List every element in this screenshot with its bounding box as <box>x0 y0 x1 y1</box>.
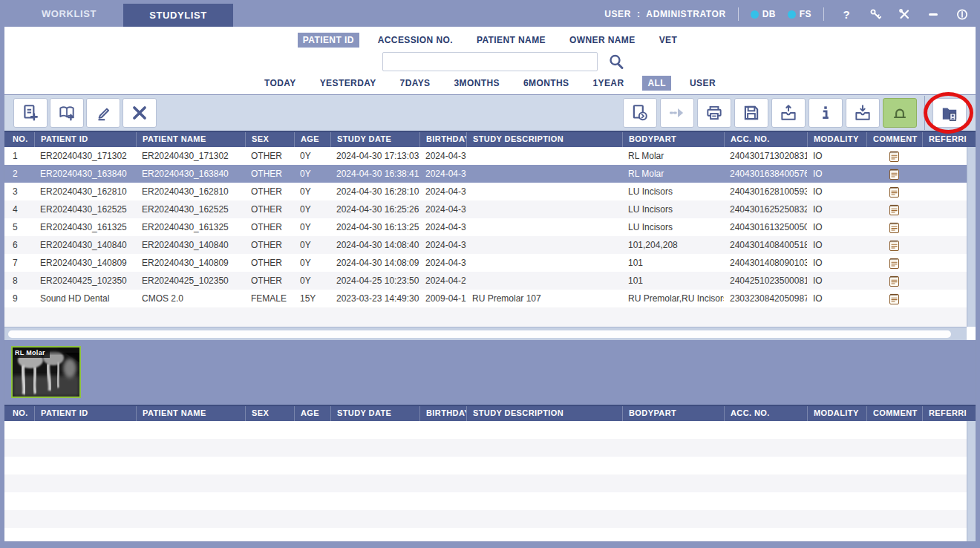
cell-no: 1 <box>4 147 34 165</box>
column-header-referring[interactable]: REFERRING PHYSICIAN <box>922 132 967 147</box>
study-row-7[interactable]: 7ER20240430_140809ER20240430_140809OTHER… <box>4 254 967 272</box>
range-3months[interactable]: 3MONTHS <box>449 76 505 91</box>
export-button[interactable] <box>771 98 806 128</box>
range-yesterday[interactable]: YESTERDAY <box>315 76 382 91</box>
comment-cell[interactable] <box>866 254 922 272</box>
cell-acc_no: 2404301613250050 <box>724 218 807 236</box>
range-6months[interactable]: 6MONTHS <box>518 76 574 91</box>
open-study-button[interactable] <box>623 98 657 128</box>
column-header-study_description[interactable]: STUDY DESCRIPTION <box>466 406 622 421</box>
column-header-bodypart[interactable]: BODYPART <box>622 132 724 147</box>
column-header-acc_no[interactable]: ACC. NO. <box>724 406 807 421</box>
tools-icon[interactable] <box>898 8 910 20</box>
tab-worklist[interactable]: WORKLIST <box>42 8 97 27</box>
info-button[interactable] <box>808 98 843 128</box>
study-thumbnail[interactable]: RL Molar <box>11 346 81 398</box>
key-icon[interactable] <box>869 8 881 20</box>
comment-icon[interactable] <box>889 258 899 269</box>
study-row-2[interactable]: 2ER20240430_163840ER20240430_163840OTHER… <box>4 165 967 183</box>
comment-icon[interactable] <box>889 275 899 287</box>
comment-icon[interactable] <box>889 169 899 180</box>
help-icon[interactable]: ? <box>840 8 852 20</box>
range-user[interactable]: USER <box>685 76 721 91</box>
study-row-5[interactable]: 5ER20240430_161325ER20240430_161325OTHER… <box>4 218 967 236</box>
comment-icon[interactable] <box>889 204 899 215</box>
horizontal-scrollbar-thumb[interactable] <box>8 330 951 338</box>
column-header-study_date[interactable]: STUDY DATE <box>330 132 419 147</box>
comment-cell[interactable] <box>866 147 922 165</box>
study-row-4[interactable]: 4ER20240430_162525ER20240430_162525OTHER… <box>4 200 967 218</box>
comment-cell[interactable] <box>866 200 922 218</box>
column-header-no[interactable]: NO. <box>4 406 34 421</box>
vertical-scrollbar[interactable] <box>967 147 976 327</box>
study-row-3[interactable]: 3ER20240430_162810ER20240430_162810OTHER… <box>4 183 967 200</box>
cell-patient_name: ER20240430_161325 <box>136 218 245 236</box>
column-header-birthday[interactable]: BIRTHDAY <box>419 132 466 147</box>
search-field-patient-id[interactable]: PATIENT ID <box>298 33 359 48</box>
comment-cell[interactable] <box>866 183 922 200</box>
column-header-comment[interactable]: COMMENT <box>866 406 922 421</box>
search-field-patient-name[interactable]: PATIENT NAME <box>471 33 551 48</box>
comment-cell[interactable] <box>866 290 922 307</box>
column-header-patient_name[interactable]: PATIENT NAME <box>136 406 245 421</box>
study-row-9[interactable]: 9Sound HD DentalCMOS 2.0FEMALE15Y2023-03… <box>4 290 967 307</box>
comment-cell[interactable] <box>866 218 922 236</box>
column-header-study_date[interactable]: STUDY DATE <box>330 406 419 421</box>
column-header-patient_name[interactable]: PATIENT NAME <box>136 132 245 147</box>
thumbnail-label: RL Molar <box>13 348 50 358</box>
range-1year[interactable]: 1YEAR <box>587 76 629 91</box>
search-button[interactable] <box>607 53 625 71</box>
tab-studylist[interactable]: STUDYLIST <box>123 4 233 27</box>
topbar-right: USER : ADMINISTRATOR DB FS ? <box>604 7 968 27</box>
power-icon[interactable] <box>956 8 968 20</box>
send-button[interactable] <box>660 98 694 128</box>
horizontal-scrollbar[interactable] <box>4 327 967 340</box>
minimize-icon[interactable] <box>927 8 939 20</box>
search-field-vet[interactable]: VET <box>654 33 683 48</box>
comment-icon[interactable] <box>889 240 899 251</box>
range-7days[interactable]: 7DAYS <box>395 76 436 91</box>
comment-cell[interactable] <box>866 165 922 183</box>
column-header-study_description[interactable]: STUDY DESCRIPTION <box>466 132 622 147</box>
delete-button[interactable] <box>122 98 157 128</box>
new-book-button[interactable] <box>50 98 84 128</box>
patient-folder-button[interactable] <box>932 98 967 128</box>
column-header-referring[interactable]: REFERRING PHYSICIAN <box>922 406 967 421</box>
column-header-sex[interactable]: SEX <box>245 406 294 421</box>
column-header-sex[interactable]: SEX <box>245 132 294 147</box>
column-header-modality[interactable]: MODALITY <box>807 406 866 421</box>
column-header-birthday[interactable]: BIRTHDAY <box>419 406 466 421</box>
vertical-scrollbar[interactable] <box>967 421 976 541</box>
study-row-1[interactable]: 1ER20240430_171302ER20240430_171302OTHER… <box>4 147 967 165</box>
study-row-6[interactable]: 6ER20240430_140840ER20240430_140840OTHER… <box>4 236 967 254</box>
column-header-modality[interactable]: MODALITY <box>807 132 866 147</box>
cell-patient_name: ER20240430_140809 <box>136 254 245 272</box>
comment-cell[interactable] <box>866 272 922 290</box>
column-header-patient_id[interactable]: PATIENT ID <box>34 132 136 147</box>
search-field-owner-name[interactable]: OWNER NAME <box>564 33 641 48</box>
comment-icon[interactable] <box>889 222 899 233</box>
new-study-button[interactable] <box>13 98 48 128</box>
comment-cell[interactable] <box>866 236 922 254</box>
import-button[interactable] <box>846 98 880 128</box>
save-button[interactable] <box>734 98 768 128</box>
search-field-accession-no[interactable]: ACCESSION NO. <box>373 33 458 48</box>
cell-birthday: 2024-04-30 <box>419 236 466 254</box>
edit-button[interactable] <box>86 98 120 128</box>
print-button[interactable] <box>697 98 731 128</box>
comment-icon[interactable] <box>889 293 899 304</box>
column-header-bodypart[interactable]: BODYPART <box>622 406 724 421</box>
comment-icon[interactable] <box>889 151 899 162</box>
search-input[interactable] <box>382 52 598 71</box>
alarm-button[interactable] <box>883 98 917 128</box>
column-header-no[interactable]: NO. <box>4 132 34 147</box>
column-header-age[interactable]: AGE <box>294 132 330 147</box>
column-header-age[interactable]: AGE <box>294 406 330 421</box>
range-all[interactable]: ALL <box>642 76 671 91</box>
comment-icon[interactable] <box>889 186 899 198</box>
column-header-patient_id[interactable]: PATIENT ID <box>34 406 136 421</box>
column-header-comment[interactable]: COMMENT <box>866 132 922 147</box>
range-today[interactable]: TODAY <box>259 76 301 91</box>
column-header-acc_no[interactable]: ACC. NO. <box>724 132 807 147</box>
study-row-8[interactable]: 8ER20240425_102350ER20240425_102350OTHER… <box>4 272 967 290</box>
